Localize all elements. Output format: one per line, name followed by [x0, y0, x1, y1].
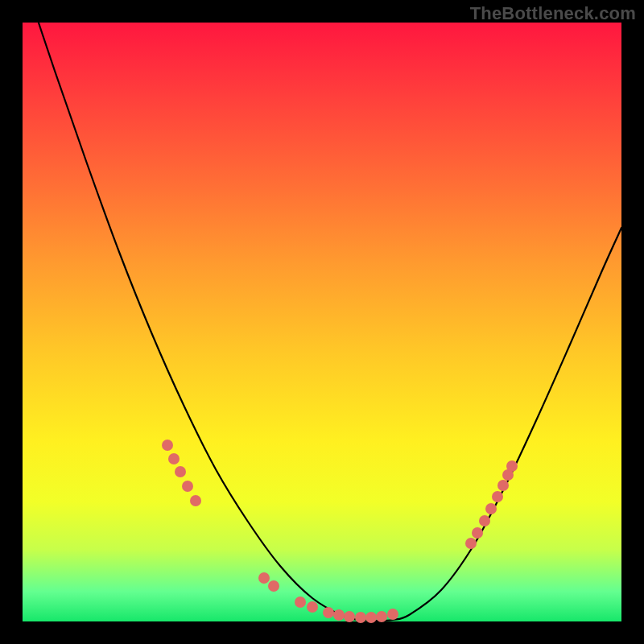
highlighted-point — [168, 453, 180, 464]
highlighted-point — [190, 495, 201, 506]
highlighted-point — [365, 612, 377, 623]
highlighted-point — [472, 527, 483, 539]
highlighted-point — [295, 597, 306, 608]
chart-plot-area — [23, 23, 621, 621]
highlighted-point — [323, 607, 334, 618]
watermark-text: TheBottleneck.com — [470, 3, 636, 24]
highlighted-point — [506, 460, 518, 472]
bottleneck-curve-path — [23, 0, 621, 621]
highlighted-point — [485, 503, 497, 514]
highlighted-point — [355, 612, 366, 623]
highlighted-point — [479, 515, 490, 526]
highlighted-point — [162, 440, 173, 451]
highlighted-point — [492, 491, 503, 502]
highlighted-point — [376, 611, 387, 622]
highlighted-point — [333, 609, 345, 621]
highlighted-point — [258, 572, 270, 584]
highlighted-point — [344, 611, 355, 622]
bottleneck-curve-svg — [23, 23, 621, 621]
highlighted-point — [175, 466, 186, 477]
highlighted-point — [465, 538, 477, 549]
highlighted-point — [497, 480, 509, 491]
highlighted-point — [268, 580, 279, 592]
highlighted-point — [182, 481, 193, 492]
highlighted-point — [307, 601, 318, 613]
highlighted-point — [387, 609, 398, 620]
